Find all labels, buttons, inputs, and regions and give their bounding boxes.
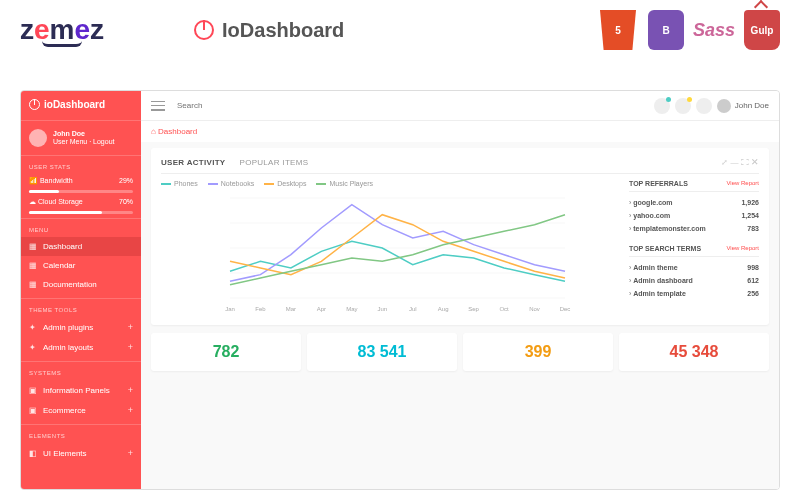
sidebar-item-docs[interactable]: ▦Documentation [21,275,141,294]
alert-icon[interactable] [675,98,691,114]
section-label: SYSTEMS [21,366,141,380]
svg-text:Oct: Oct [499,306,509,312]
view-report-link[interactable]: View Report [726,180,759,187]
zemez-logo: zemez [20,14,104,47]
svg-text:Sep: Sep [468,306,479,312]
stat-card: 782 [151,333,301,371]
chart-legend: Phones Notebooks Desktops Music Players [161,180,619,187]
notif-icon[interactable] [654,98,670,114]
app-frame: ioDashboard John Doe User Menu · Logout … [20,90,780,490]
stat-storage: ☁ Cloud Storage70% [21,195,141,209]
sidebar-item-layouts[interactable]: ✦Admin layouts+ [21,337,141,357]
card-tools[interactable]: ⤢ — ⛶ ✕ [721,158,759,167]
avatar [717,99,731,113]
svg-text:Jan: Jan [225,306,235,312]
svg-text:Mar: Mar [286,306,296,312]
svg-text:Apr: Apr [317,306,326,312]
user-name: John Doe [53,130,114,138]
svg-text:Aug: Aug [438,306,449,312]
html5-icon: 5 [600,10,636,50]
breadcrumb[interactable]: Dashboard [141,121,779,142]
avatar [29,129,47,147]
sidebar-user[interactable]: John Doe User Menu · Logout [21,125,141,151]
sidebar-item-ui[interactable]: ◧UI Elements+ [21,443,141,463]
sidebar-item-calendar[interactable]: ▦Calendar [21,256,141,275]
tab-user-activity[interactable]: USER ACTIVITY [161,158,226,167]
main: John Doe Dashboard USER ACTIVITY POPULAR… [141,91,779,489]
promo-header: zemez IoDashboard 5 B Sass Gulp [0,0,800,60]
sidebar-item-dashboard[interactable]: ▦Dashboard [21,237,141,256]
tab-popular[interactable]: POPULAR ITEMS [240,158,309,167]
sidebar-item-plugins[interactable]: ✦Admin plugins+ [21,317,141,337]
tech-badges: 5 B Sass Gulp [600,10,780,50]
svg-text:Dec: Dec [560,306,571,312]
power-icon [29,99,40,110]
power-icon [194,20,214,40]
top-search-terms: TOP SEARCH TERMSView Report › Admin them… [629,245,759,300]
bootstrap-icon: B [648,10,684,50]
sidebar: ioDashboard John Doe User Menu · Logout … [21,91,141,489]
section-label: USER STATS [21,160,141,174]
svg-text:Jul: Jul [409,306,417,312]
section-label: THEME TOOLS [21,303,141,317]
sidebar-brand: ioDashboard [21,99,141,116]
sidebar-item-info[interactable]: ▣Information Panels+ [21,380,141,400]
section-label: MENU [21,223,141,237]
stat-card: 83 541 [307,333,457,371]
chat-icon[interactable] [696,98,712,114]
svg-text:Feb: Feb [255,306,266,312]
svg-text:May: May [346,306,357,312]
stat-bandwidth: 📶 Bandwidth29% [21,174,141,188]
svg-text:Jun: Jun [377,306,387,312]
gulp-icon: Gulp [744,10,780,50]
line-chart: JanFebMarAprMayJunJulAugSepOctNovDec [161,193,619,313]
top-referrals: TOP REFERRALSView Report › google.com1,9… [629,180,759,235]
section-label: ELEMENTS [21,429,141,443]
activity-card: USER ACTIVITY POPULAR ITEMS ⤢ — ⛶ ✕ Phon… [151,148,769,325]
sass-icon: Sass [696,10,732,50]
topbar-user[interactable]: John Doe [717,99,769,113]
sidebar-item-ecom[interactable]: ▣Ecommerce+ [21,400,141,420]
svg-text:Nov: Nov [529,306,540,312]
search-input[interactable] [173,97,646,114]
user-sub: User Menu · Logout [53,138,114,146]
menu-toggle-icon[interactable] [151,101,165,111]
view-report-link[interactable]: View Report [726,245,759,252]
stat-card: 399 [463,333,613,371]
topbar: John Doe [141,91,779,121]
stats-row: 782 83 541 399 45 348 [151,333,769,371]
stat-card: 45 348 [619,333,769,371]
product-brand: IoDashboard [194,19,344,42]
